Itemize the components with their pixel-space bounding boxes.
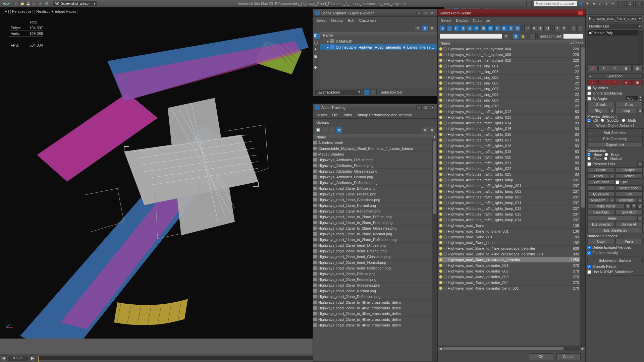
asset-row[interactable]: Connectable_Highway_Road_Elements_4_Lane…	[313, 146, 432, 152]
constraint-face-radio[interactable]	[587, 157, 591, 160]
layer-tree[interactable]: ▸0 (default)▸Connectable_Highway_Road_El…	[320, 38, 437, 88]
select-invert-icon[interactable]: ◧	[538, 25, 544, 31]
delete-isolated-checkbox[interactable]	[587, 246, 591, 249]
menu-bitmap[interactable]: Bitmap Performance and Memory	[357, 113, 412, 117]
help-icon[interactable]: ★	[591, 1, 596, 6]
tessellate-settings-icon[interactable]: ▫	[637, 197, 643, 203]
slice-button[interactable]: Slice	[587, 185, 615, 191]
new-icon[interactable]: ▢	[13, 1, 19, 6]
menu-paths[interactable]: Paths	[342, 113, 352, 117]
question-icon[interactable]: ?	[604, 1, 609, 6]
tool-a-icon[interactable]: ⚙	[422, 127, 428, 133]
subobj-border-icon[interactable]: ◠	[610, 80, 620, 85]
search-input[interactable]	[440, 34, 502, 39]
loop-button[interactable]: Loop	[615, 108, 637, 113]
menu-display[interactable]: Display	[456, 18, 468, 22]
object-row[interactable]: Highways_Attributes_sing_00922	[438, 98, 580, 103]
modifier-list-dropdown[interactable]: Modifier List	[587, 23, 643, 29]
rollout-edit-geometry[interactable]: Edit Geometry	[587, 136, 643, 141]
cut-button[interactable]: Cut	[615, 191, 643, 197]
object-row[interactable]: Highways_Attributes_fire_hydrant_004220	[438, 46, 580, 52]
asset-row[interactable]: Highways_road_2lane_to_4line_crossroads_…	[313, 311, 432, 317]
object-row[interactable]: Highways_road_4lane_delimiter_bend_00127…	[438, 286, 580, 291]
asset-row[interactable]: Highways_road_2lane_to_4line_crossroads_…	[313, 300, 432, 305]
save-icon[interactable]: 💾	[25, 1, 31, 6]
asset-row[interactable]: Highways_road_2lane_bend_Glossines.png	[313, 254, 432, 260]
attach-settings-icon[interactable]: ▫	[609, 173, 615, 179]
repeat-last-button[interactable]: Repeat Last	[587, 142, 643, 147]
object-row[interactable]: Highways_Attributes_traffic_lights_lamp_…	[438, 194, 580, 200]
preview-multi-radio[interactable]	[622, 119, 625, 122]
preview-off-radio[interactable]	[587, 119, 591, 122]
show-result-icon[interactable]: Ⅱ	[598, 66, 609, 71]
hide-selected-button[interactable]: Hide Selected	[587, 222, 615, 227]
scrollbar-vertical[interactable]	[580, 46, 585, 346]
maximize-button[interactable]: ☐	[626, 1, 634, 6]
maximize-button[interactable]: ☐	[423, 11, 428, 15]
asset-row[interactable]: Highways_Attributes_Glossines.png	[313, 169, 432, 174]
remove-mod-icon[interactable]: 🗑	[621, 66, 631, 71]
menu-select[interactable]: Select	[441, 18, 451, 22]
filter-spacewarps-icon[interactable]: ◓	[474, 25, 480, 31]
object-row[interactable]: Highways_Attributes_sing_00722	[438, 86, 580, 92]
object-row[interactable]: Highways_Attributes_traffic_lights_01283	[438, 109, 580, 115]
full-interactivity-checkbox[interactable]	[587, 251, 591, 255]
close-button[interactable]: ✕	[430, 11, 435, 15]
object-row[interactable]: Highways_road_2lane_001183	[438, 234, 580, 240]
table-icon[interactable]: ▦	[336, 127, 342, 133]
signin-icon[interactable]: 👤	[578, 1, 584, 6]
object-row[interactable]: Highways_Attributes_traffic_lights_02083	[438, 155, 580, 160]
scrollbar-horizontal[interactable]: ◀▶	[438, 346, 585, 351]
object-row[interactable]: Highways_Attributes_traffic_lights_01883	[438, 143, 580, 149]
object-row[interactable]: Highways_road_4lane_delimiter_003270	[438, 274, 580, 280]
filter-groups-icon[interactable]: ▣	[481, 25, 486, 31]
object-row[interactable]: Highways_road_2lane_to_4line_crossroads_…	[438, 246, 580, 251]
menu-select[interactable]: Select	[316, 18, 327, 22]
asset-row[interactable]: Maps / Shaders	[313, 152, 432, 157]
object-row[interactable]: Highways_Attributes_fire_hydrant_010220	[438, 58, 580, 63]
object-row[interactable]: Highways_Attributes_traffic_lights_lamp_…	[438, 200, 580, 206]
object-row[interactable]: Highways_road_2lane_to_4line_crossroads_…	[438, 251, 580, 257]
modifier-stack[interactable]: ■ Editable Poly	[587, 30, 643, 65]
favorites-icon[interactable]: ☆	[597, 1, 603, 6]
minimize-button[interactable]: —	[416, 11, 422, 15]
asset-row[interactable]: Highways_road_2lane_bend_Normal.png	[313, 260, 432, 265]
slice-plane-button[interactable]: Slice Plane	[587, 179, 615, 185]
cancel-button[interactable]: Cancel	[556, 353, 581, 360]
filter-all-icon[interactable]: ▨	[515, 25, 521, 31]
settings-icon[interactable]: ⚙	[561, 25, 567, 31]
object-row[interactable]: Highways_Attributes_traffic_lights_lamp_…	[438, 206, 580, 212]
object-row[interactable]: Highways_Attributes_sing_01022	[438, 103, 580, 109]
redo-icon[interactable]: ↷	[38, 1, 43, 6]
constraint-normal-radio[interactable]	[604, 157, 607, 160]
by-angle-checkbox[interactable]	[587, 97, 591, 101]
unhide-all-button[interactable]: Unhide All	[615, 222, 643, 227]
column-header[interactable]: Name	[320, 32, 437, 38]
menu-customize[interactable]: Customize	[359, 18, 377, 22]
object-row[interactable]: Highways_Attributes_traffic_lights_02183	[438, 160, 580, 166]
layer-icon[interactable]	[363, 89, 369, 95]
object-row[interactable]: Highways_Attributes_traffic_lights_01483	[438, 120, 580, 126]
select-none-icon[interactable]: ☐	[524, 25, 530, 31]
object-row[interactable]: Highways_Attributes_traffic_lights_02383	[438, 172, 580, 177]
explorer-selector[interactable]: Layer Explorer	[315, 89, 362, 95]
asset-row[interactable]: Autodesk Vault	[313, 140, 432, 146]
menu-options[interactable]: Options	[316, 120, 329, 124]
app-logo[interactable]: MAX	[0, 2, 12, 5]
attach-button[interactable]: Attach	[587, 173, 609, 179]
msmooth-button[interactable]: MSmooth	[587, 197, 609, 203]
make-planar-button[interactable]: Make Planar	[587, 203, 625, 209]
view-grid-icon[interactable]: ▦	[513, 33, 519, 39]
hide-unselected-button[interactable]: Hide Unselected	[587, 228, 643, 233]
asset-row[interactable]: Highways_Attributes_Fresnel.png	[313, 163, 432, 169]
tessellate-button[interactable]: Tessellate	[615, 197, 637, 203]
asset-row[interactable]: Highways_road_2lane_bend_Reflection.png	[313, 265, 432, 271]
view-lock-icon[interactable]: 🔒	[520, 33, 526, 39]
maximize-button[interactable]: ☐	[423, 105, 428, 110]
menu-server[interactable]: Server	[316, 113, 327, 117]
refresh-icon[interactable]: 🔄	[315, 127, 321, 133]
close-button[interactable]: ✕	[430, 105, 435, 110]
planar-y-button[interactable]: Y	[631, 203, 637, 209]
object-name-field[interactable]: Highways_road_4lane_crossr	[587, 15, 643, 21]
subobj-vertex-icon[interactable]: ·	[587, 80, 598, 85]
